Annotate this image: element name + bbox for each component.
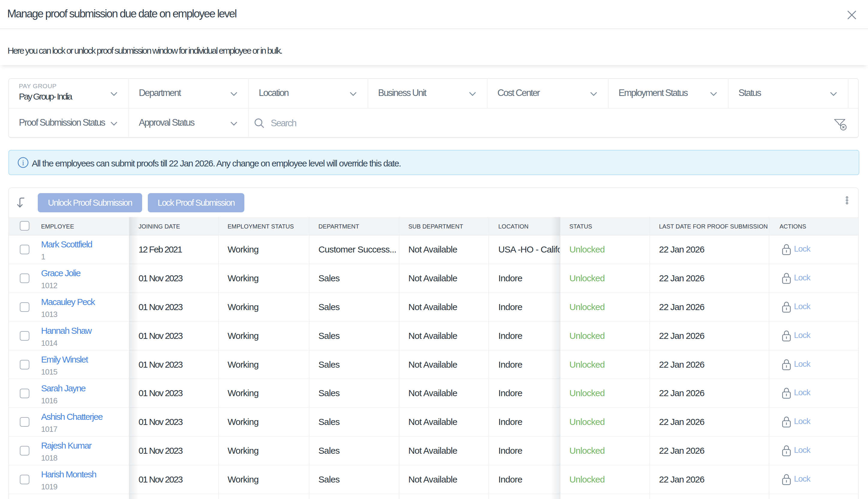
svg-text:i: i bbox=[22, 158, 24, 167]
